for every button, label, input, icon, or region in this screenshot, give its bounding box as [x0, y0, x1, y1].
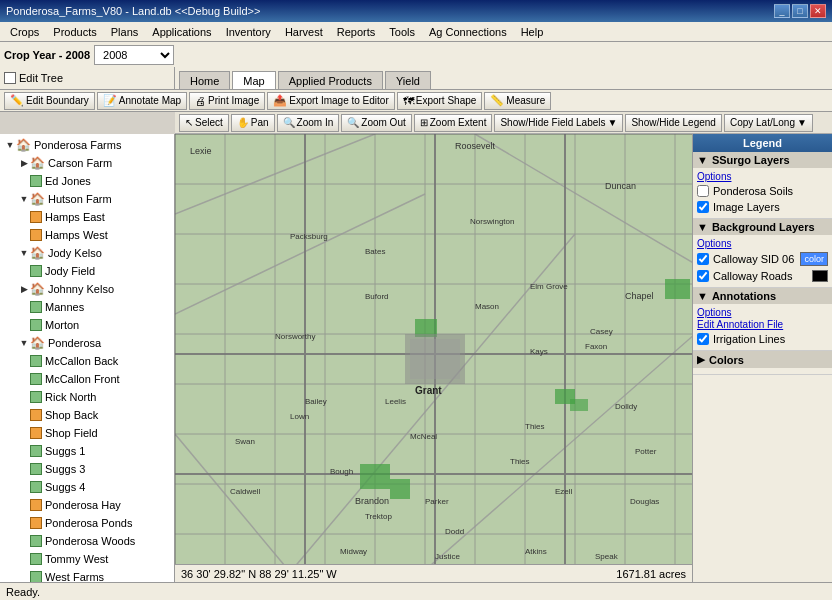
show-hide-legend-button[interactable]: Show/Hide Legend [625, 114, 722, 132]
measure-icon: 📏 [490, 94, 504, 107]
tree-item-rick-north[interactable]: Rick North [2, 388, 172, 406]
tree-item-tommy-west[interactable]: Tommy West [2, 550, 172, 568]
menu-reports[interactable]: Reports [331, 25, 382, 39]
field-icon-ed-jones [30, 175, 42, 187]
tree-item-ponderosa-hay[interactable]: Ponderosa Hay [2, 496, 172, 514]
measure-button[interactable]: 📏 Measure [484, 92, 551, 110]
svg-text:Ezell: Ezell [555, 487, 573, 496]
tree-item-morton[interactable]: Morton [2, 316, 172, 334]
annotations-options[interactable]: Options [697, 307, 828, 318]
menu-tools[interactable]: Tools [383, 25, 421, 39]
svg-text:Midway: Midway [340, 547, 367, 556]
tree-item-carson-farm[interactable]: ▶ 🏠 Carson Farm [2, 154, 172, 172]
export-shape-button[interactable]: 🗺 Export Shape [397, 92, 483, 110]
checkbox-calloway-roads[interactable] [697, 270, 709, 282]
tree-item-ponderosa-woods[interactable]: Ponderosa Woods [2, 532, 172, 550]
legend-section-ssurgo: ▼ SSurgo Layers Options Ponderosa Soils … [693, 152, 832, 219]
select-button[interactable]: ↖ Select [179, 114, 229, 132]
zoom-extent-button[interactable]: ⊞ Zoom Extent [414, 114, 493, 132]
svg-text:Thies: Thies [510, 457, 530, 466]
tree-item-mccallon-back[interactable]: McCallon Back [2, 352, 172, 370]
zoom-out-button[interactable]: 🔍 Zoom Out [341, 114, 411, 132]
window-controls: _ □ ✕ [774, 4, 826, 18]
field-labels-dropdown-icon: ▼ [608, 117, 618, 128]
edit-boundary-button[interactable]: ✏️ Edit Boundary [4, 92, 95, 110]
calloway-sid-color-button[interactable]: color [800, 252, 828, 266]
content-area: ▼ 🏠 Ponderosa Farms ▶ 🏠 Carson Farm Ed J… [0, 134, 832, 582]
status-bar: Ready. [0, 582, 832, 600]
tree-item-suggs-1[interactable]: Suggs 1 [2, 442, 172, 460]
expand-jody-kelso[interactable]: ▼ [18, 248, 30, 258]
menu-ag-connections[interactable]: Ag Connections [423, 25, 513, 39]
tab-map[interactable]: Map [232, 71, 275, 89]
tab-applied-products[interactable]: Applied Products [278, 71, 383, 89]
svg-text:Trektop: Trektop [365, 512, 392, 521]
menu-products[interactable]: Products [47, 25, 102, 39]
map-area[interactable]: Lexie Roosevelt Duncan Chapel Casey Faxo… [175, 134, 692, 582]
tab-home[interactable]: Home [179, 71, 230, 89]
print-image-button[interactable]: 🖨 Print Image [189, 92, 265, 110]
tree-item-mccallon-front[interactable]: McCallon Front [2, 370, 172, 388]
expand-ponderosa[interactable]: ▼ [18, 338, 30, 348]
minimize-button[interactable]: _ [774, 4, 790, 18]
copy-lat-long-button[interactable]: Copy Lat/Long ▼ [724, 114, 813, 132]
tree-container[interactable]: ▼ 🏠 Ponderosa Farms ▶ 🏠 Carson Farm Ed J… [0, 134, 174, 582]
tree-item-west-farms[interactable]: West Farms [2, 568, 172, 582]
menu-applications[interactable]: Applications [146, 25, 217, 39]
background-options[interactable]: Options [697, 238, 828, 249]
expand-ponderosa-farms[interactable]: ▼ [4, 140, 16, 150]
expand-hutson-farm[interactable]: ▼ [18, 194, 30, 204]
background-collapse-icon[interactable]: ▼ [697, 221, 708, 233]
left-panel: ▼ 🏠 Ponderosa Farms ▶ 🏠 Carson Farm Ed J… [0, 134, 175, 582]
field-icon-ponderosa-hay [30, 499, 42, 511]
menu-plans[interactable]: Plans [105, 25, 145, 39]
tree-item-suggs-3[interactable]: Suggs 3 [2, 460, 172, 478]
tree-item-hutson-farm[interactable]: ▼ 🏠 Hutson Farm [2, 190, 172, 208]
annotations-collapse-icon[interactable]: ▼ [697, 290, 708, 302]
expand-johnny-kelso[interactable]: ▶ [18, 284, 30, 294]
background-header: ▼ Background Layers [693, 219, 832, 235]
annotate-map-button[interactable]: 📝 Annotate Map [97, 92, 187, 110]
title-bar: Ponderosa_Farms_V80 - Land.db <<Debug Bu… [0, 0, 832, 22]
tree-item-ed-jones[interactable]: Ed Jones [2, 172, 172, 190]
tree-item-jody-kelso[interactable]: ▼ 🏠 Jody Kelso [2, 244, 172, 262]
menu-harvest[interactable]: Harvest [279, 25, 329, 39]
map-lat-long: 36 30' 29.82" N 88 29' 11.25" W [181, 568, 337, 580]
show-hide-field-labels-button[interactable]: Show/Hide Field Labels ▼ [494, 114, 623, 132]
tree-item-hamps-west[interactable]: Hamps West [2, 226, 172, 244]
tree-item-ponderosa-ponds[interactable]: Ponderosa Ponds [2, 514, 172, 532]
ssurgo-options[interactable]: Options [697, 171, 828, 182]
zoom-in-button[interactable]: 🔍 Zoom In [277, 114, 340, 132]
export-image-button[interactable]: 📤 Export Image to Editor [267, 92, 395, 110]
tree-item-mannes[interactable]: Mannes [2, 298, 172, 316]
checkbox-irrigation-lines[interactable] [697, 333, 709, 345]
tab-yield[interactable]: Yield [385, 71, 431, 89]
crop-year-select[interactable]: 2008 2007 2006 [94, 45, 174, 65]
tree-item-johnny-kelso[interactable]: ▶ 🏠 Johnny Kelso [2, 280, 172, 298]
calloway-roads-color-swatch[interactable] [812, 270, 828, 282]
edit-tree-toggle[interactable]: Edit Tree [4, 72, 63, 84]
expand-carson-farm[interactable]: ▶ [18, 158, 30, 168]
tree-item-shop-back[interactable]: Shop Back [2, 406, 172, 424]
menu-inventory[interactable]: Inventory [220, 25, 277, 39]
ssurgo-collapse-icon[interactable]: ▼ [697, 154, 708, 166]
maximize-button[interactable]: □ [792, 4, 808, 18]
tree-item-jody-field[interactable]: Jody Field [2, 262, 172, 280]
legend-item-irrigation-lines: Irrigation Lines [697, 331, 828, 347]
checkbox-ponderosa-soils[interactable] [697, 185, 709, 197]
tree-item-ponderosa[interactable]: ▼ 🏠 Ponderosa [2, 334, 172, 352]
tree-item-suggs-4[interactable]: Suggs 4 [2, 478, 172, 496]
map-toolbar: ✏️ Edit Boundary 📝 Annotate Map 🖨 Print … [0, 90, 832, 112]
close-button[interactable]: ✕ [810, 4, 826, 18]
checkbox-image-layers[interactable] [697, 201, 709, 213]
edit-annotation-file-link[interactable]: Edit Annotation File [697, 319, 828, 330]
pan-button[interactable]: ✋ Pan [231, 114, 275, 132]
menu-help[interactable]: Help [515, 25, 550, 39]
tree-item-hamps-east[interactable]: Hamps East [2, 208, 172, 226]
colors-collapse-icon[interactable]: ▶ [697, 353, 705, 366]
checkbox-calloway-sid[interactable] [697, 253, 709, 265]
menu-crops[interactable]: Crops [4, 25, 45, 39]
tree-item-ponderosa-farms[interactable]: ▼ 🏠 Ponderosa Farms [2, 136, 172, 154]
tree-item-shop-field[interactable]: Shop Field [2, 424, 172, 442]
svg-text:Chapel: Chapel [625, 291, 654, 301]
